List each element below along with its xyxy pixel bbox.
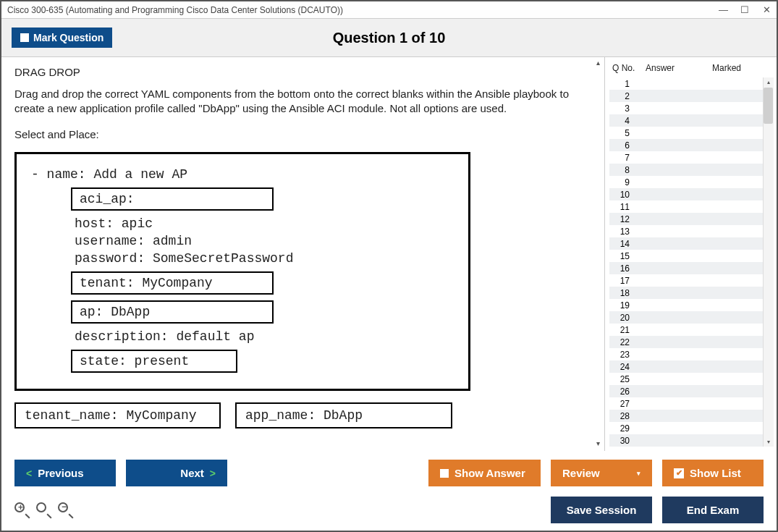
question-row[interactable]: 27	[609, 397, 774, 410]
question-row[interactable]: 26	[609, 385, 774, 397]
question-row[interactable]: 11	[609, 200, 774, 213]
question-row[interactable]: 25	[609, 373, 774, 385]
zoom-reset-icon[interactable]	[36, 502, 52, 518]
question-row[interactable]: 21	[609, 324, 774, 336]
question-row[interactable]: 29	[609, 422, 774, 434]
question-number: 28	[609, 411, 638, 421]
question-row[interactable]: 12	[609, 213, 774, 225]
checkbox-icon	[20, 33, 29, 42]
scrollbar-down-icon[interactable]: ▾	[764, 439, 774, 445]
square-icon	[440, 469, 449, 478]
question-number: 23	[609, 350, 638, 360]
question-row[interactable]: 28	[609, 410, 774, 422]
question-list[interactable]: ▴ ▾ 123456789101112131415161718192021222…	[609, 77, 774, 447]
question-number: 10	[609, 190, 638, 200]
scroll-up-icon[interactable]: ▴	[593, 59, 603, 69]
question-row[interactable]: 16	[609, 262, 774, 274]
review-button[interactable]: Review ▾	[551, 460, 652, 486]
drop-target-module[interactable]: aci_ap:	[71, 187, 274, 211]
chevron-right-icon: >	[210, 468, 216, 479]
question-number: 8	[609, 165, 638, 175]
sidebar-scrollbar[interactable]: ▴ ▾	[763, 77, 774, 447]
drag-options-row: tenant_name: MyCompany app_name: DbApp	[14, 402, 591, 428]
window-controls: — ☐ ✕	[719, 4, 771, 15]
sidebar-header: Q No. Answer Marked	[609, 63, 774, 77]
question-number: 15	[609, 251, 638, 261]
drop-target-state[interactable]: state: present	[71, 350, 237, 373]
question-row[interactable]: 10	[609, 188, 774, 200]
question-row[interactable]: 6	[609, 139, 774, 151]
select-and-place-label: Select and Place:	[14, 128, 591, 140]
button-row-2: Save Session End Exam	[14, 497, 764, 523]
drag-option-app-name[interactable]: app_name: DbApp	[235, 402, 452, 428]
question-row[interactable]: 13	[609, 225, 774, 237]
dropdown-icon: ▾	[637, 470, 640, 477]
question-row[interactable]: 5	[609, 127, 774, 139]
scrollbar-up-icon[interactable]: ▴	[764, 79, 774, 85]
question-list-panel: Q No. Answer Marked ▴ ▾ 1234567891011121…	[604, 57, 777, 451]
question-number: 1	[609, 79, 638, 89]
topbar: Mark Question Question 1 of 10	[1, 19, 777, 57]
drag-option-tenant-name[interactable]: tenant_name: MyCompany	[14, 402, 221, 428]
close-icon[interactable]: ✕	[762, 4, 771, 15]
previous-label: Previous	[38, 467, 83, 479]
save-session-button[interactable]: Save Session	[551, 497, 652, 523]
show-list-label: Show List	[690, 467, 741, 479]
scroll-down-icon[interactable]: ▾	[593, 439, 603, 449]
show-answer-button[interactable]: Show Answer	[428, 460, 541, 486]
maximize-icon[interactable]: ☐	[740, 4, 749, 15]
zoom-in-icon[interactable]	[14, 502, 30, 518]
review-label: Review	[562, 467, 600, 479]
previous-button[interactable]: < Previous	[14, 460, 116, 486]
end-exam-button[interactable]: End Exam	[662, 497, 764, 523]
next-label: Next	[180, 467, 204, 479]
body: ▴ DRAG DROP Drag and drop the correct YA…	[1, 57, 777, 451]
titlebar: Cisco 300-635 (Automating and Programmin…	[1, 1, 777, 19]
question-row[interactable]: 19	[609, 299, 774, 311]
question-row[interactable]: 14	[609, 237, 774, 250]
show-list-button[interactable]: ✔ Show List	[662, 460, 764, 486]
question-text: Drag and drop the correct YAML component…	[14, 87, 591, 117]
playbook-box: - name: Add a new AP aci_ap: host: apic …	[14, 152, 470, 391]
zoom-controls	[14, 502, 74, 518]
question-number: 21	[609, 325, 638, 335]
question-row[interactable]: 4	[609, 114, 774, 127]
pb-name-line: - name: Add a new AP	[31, 167, 454, 182]
question-row[interactable]: 18	[609, 287, 774, 299]
scrollbar-thumb[interactable]	[764, 88, 773, 124]
col-answer: Answer	[646, 63, 712, 73]
question-number: 12	[609, 214, 638, 224]
question-row[interactable]: 23	[609, 348, 774, 360]
app-window: Cisco 300-635 (Automating and Programmin…	[0, 0, 778, 532]
mark-question-button[interactable]: Mark Question	[12, 28, 112, 48]
question-row[interactable]: 3	[609, 102, 774, 114]
button-row-1: < Previous Next > Show Answer Review ▾ ✔…	[14, 460, 764, 486]
question-content: ▴ DRAG DROP Drag and drop the correct YA…	[1, 57, 604, 451]
question-number: 18	[609, 288, 638, 298]
question-row[interactable]: 8	[609, 164, 774, 176]
drop-target-tenant[interactable]: tenant: MyCompany	[71, 271, 274, 295]
question-row[interactable]: 1	[609, 77, 774, 90]
minimize-icon[interactable]: —	[719, 4, 727, 15]
question-row[interactable]: 15	[609, 250, 774, 262]
question-row[interactable]: 9	[609, 176, 774, 188]
question-number: 24	[609, 362, 638, 372]
question-number: 11	[609, 202, 638, 212]
zoom-out-icon[interactable]	[58, 502, 74, 518]
next-button[interactable]: Next >	[126, 460, 227, 486]
question-row[interactable]: 22	[609, 336, 774, 348]
question-number: 9	[609, 177, 638, 187]
question-row[interactable]: 30	[609, 434, 774, 447]
question-type-heading: DRAG DROP	[14, 66, 591, 78]
question-number: 20	[609, 313, 638, 323]
save-session-label: Save Session	[567, 504, 637, 516]
question-row[interactable]: 7	[609, 151, 774, 164]
question-row[interactable]: 17	[609, 274, 774, 287]
question-row[interactable]: 24	[609, 360, 774, 373]
drop-target-ap[interactable]: ap: DbApp	[71, 300, 274, 324]
question-number: 29	[609, 423, 638, 434]
chevron-left-icon: <	[26, 468, 32, 479]
question-row[interactable]: 20	[609, 311, 774, 324]
question-row[interactable]: 2	[609, 90, 774, 102]
mark-question-label: Mark Question	[33, 32, 103, 43]
